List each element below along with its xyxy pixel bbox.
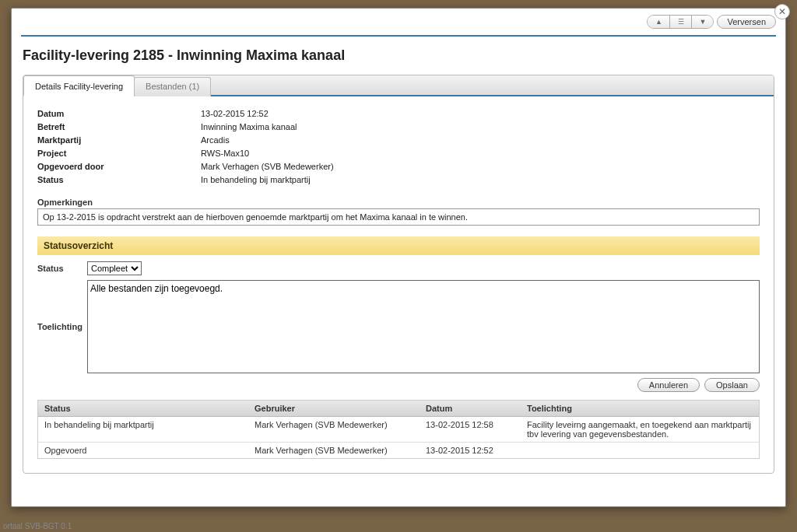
table-row: Opgevoerd Mark Verhagen (SVB Medewerker)… xyxy=(38,443,759,459)
statusoverzicht-heading: Statusoverzicht xyxy=(37,236,760,255)
label-opgevoerd: Opgevoerd door xyxy=(37,160,201,173)
form-row-toelichting: Toelichting xyxy=(37,280,760,373)
label-project: Project xyxy=(37,147,201,160)
row-opgevoerd: Opgevoerd door Mark Verhagen (SVB Medewe… xyxy=(37,160,760,173)
cell-toelichting: Facility leveirng aangemaakt, en toegeke… xyxy=(521,417,759,443)
th-toelichting: Toelichting xyxy=(521,401,759,417)
cell-status: Opgevoerd xyxy=(38,443,248,459)
toelichting-textarea[interactable] xyxy=(87,280,760,373)
label-marktpartij: Marktpartij xyxy=(37,134,201,147)
save-button[interactable]: Opslaan xyxy=(704,378,760,392)
cell-toelichting xyxy=(521,443,759,459)
opmerkingen-label: Opmerkingen xyxy=(37,198,760,207)
tab-bestanden[interactable]: Bestanden (1) xyxy=(134,77,211,96)
value-marktpartij: Arcadis xyxy=(201,134,760,147)
tabset: Details Facility-levering Bestanden (1) … xyxy=(23,75,774,474)
cancel-button[interactable]: Annuleren xyxy=(637,378,700,392)
label-betreft: Betreft xyxy=(37,121,201,134)
page-title: Facility-levering 2185 - Inwinning Maxim… xyxy=(12,40,785,75)
header-divider xyxy=(21,35,776,37)
status-select[interactable]: Compleet xyxy=(87,261,142,275)
toolbar: ▲ ☰ ▼ Verversen xyxy=(12,9,785,35)
bg-footer-text: ortaal SVB-BGT 0.1 xyxy=(0,520,75,532)
nav-up-icon[interactable]: ▲ xyxy=(648,16,669,28)
row-status: Status In behandeling bij marktpartij xyxy=(37,173,760,187)
th-datum: Datum xyxy=(420,401,521,417)
th-gebruiker: Gebruiker xyxy=(248,401,420,417)
th-status: Status xyxy=(38,401,248,417)
history-table: Status Gebruiker Datum Toelichting In be… xyxy=(37,400,760,459)
cell-status: In behandeling bij marktpartij xyxy=(38,417,248,443)
row-betreft: Betreft Inwinning Maxima kanaal xyxy=(37,121,760,134)
tab-headers: Details Facility-levering Bestanden (1) xyxy=(23,75,774,96)
refresh-button[interactable]: Verversen xyxy=(717,15,776,29)
tab-details[interactable]: Details Facility-levering xyxy=(23,75,135,96)
value-status: In behandeling bij marktpartij xyxy=(201,173,760,187)
value-datum: 13-02-2015 12:52 xyxy=(201,107,760,121)
nav-list-icon[interactable]: ☰ xyxy=(669,16,691,28)
opmerkingen-value: Op 13-2-2015 is opdracht verstrekt aan d… xyxy=(37,208,760,226)
row-project: Project RWS-Max10 xyxy=(37,147,760,160)
label-status: Status xyxy=(37,173,201,187)
tab-body: Datum 13-02-2015 12:52 Betreft Inwinning… xyxy=(23,96,774,473)
cell-datum: 13-02-2015 12:52 xyxy=(420,443,521,459)
form-label-toelichting: Toelichting xyxy=(37,280,87,373)
form-label-status: Status xyxy=(37,264,87,273)
nav-down-icon[interactable]: ▼ xyxy=(691,16,713,28)
cell-gebruiker: Mark Verhagen (SVB Medewerker) xyxy=(248,443,420,459)
close-icon[interactable]: ✕ xyxy=(774,4,790,19)
status-form: Status Compleet Toelichting Annuleren Op… xyxy=(37,261,760,392)
table-row: In behandeling bij marktpartij Mark Verh… xyxy=(38,417,759,443)
row-datum: Datum 13-02-2015 12:52 xyxy=(37,107,760,121)
cell-datum: 13-02-2015 12:58 xyxy=(420,417,521,443)
nav-icon-group: ▲ ☰ ▼ xyxy=(647,15,714,29)
label-datum: Datum xyxy=(37,107,201,121)
value-betreft: Inwinning Maxima kanaal xyxy=(201,121,760,134)
row-marktpartij: Marktpartij Arcadis xyxy=(37,134,760,147)
facility-modal: ✕ ▲ ☰ ▼ Verversen Facility-levering 2185… xyxy=(11,8,786,507)
form-buttons: Annuleren Opslaan xyxy=(37,378,760,392)
form-row-status: Status Compleet xyxy=(37,261,760,275)
value-project: RWS-Max10 xyxy=(201,147,760,160)
cell-gebruiker: Mark Verhagen (SVB Medewerker) xyxy=(248,417,420,443)
value-opgevoerd: Mark Verhagen (SVB Medewerker) xyxy=(201,160,760,173)
